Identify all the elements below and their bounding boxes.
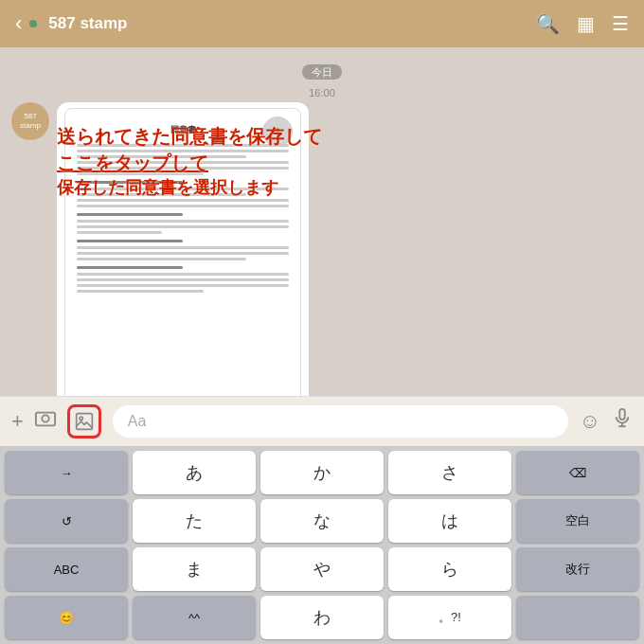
document-preview: 同意書 bbox=[64, 108, 301, 396]
plus-icon[interactable]: + bbox=[11, 409, 24, 434]
key-space[interactable]: 空白 bbox=[516, 499, 639, 543]
keyboard-row-2: ↺ た な は 空白 bbox=[0, 494, 644, 543]
header-icons: 🔍 ▦ ☰ bbox=[536, 12, 629, 35]
keyboard-row-4: 😊 ^^ わ 。?! bbox=[0, 591, 644, 644]
key-ka[interactable]: か bbox=[260, 451, 384, 494]
doc-line bbox=[77, 150, 289, 152]
doc-line bbox=[77, 225, 289, 228]
key-emoji[interactable]: 😊 bbox=[5, 596, 128, 639]
doc-title: 同意書 bbox=[77, 124, 289, 136]
text-input[interactable]: Aa bbox=[113, 405, 568, 438]
doc-section bbox=[77, 181, 289, 184]
doc-line bbox=[77, 193, 246, 196]
key-ha[interactable]: は bbox=[388, 499, 511, 543]
chat-area: 今日 16:00 587 stamp 同意書 bbox=[0, 47, 644, 396]
image-icon-highlighted[interactable] bbox=[67, 404, 101, 438]
grid-icon[interactable]: ▦ bbox=[577, 12, 595, 35]
svg-rect-4 bbox=[619, 409, 625, 420]
header: ‹ 587 stamp 🔍 ▦ ☰ bbox=[0, 0, 644, 47]
date-badge: 今日 bbox=[11, 63, 633, 80]
doc-section-title bbox=[77, 181, 183, 184]
key-arrow[interactable]: → bbox=[5, 451, 128, 494]
doc-section-title bbox=[77, 266, 183, 269]
doc-section bbox=[77, 266, 289, 269]
doc-line bbox=[77, 284, 289, 287]
keyboard: → あ か さ ⌫ ↺ た な は 空白 ABC ま や ら 改行 😊 ^^ わ… bbox=[0, 446, 644, 644]
svg-point-1 bbox=[42, 415, 48, 421]
doc-line bbox=[77, 246, 289, 249]
doc-section bbox=[77, 213, 289, 216]
mic-icon[interactable] bbox=[612, 408, 633, 435]
key-a[interactable]: あ bbox=[133, 451, 256, 494]
doc-line bbox=[77, 205, 289, 207]
key-delete[interactable]: ⌫ bbox=[516, 451, 639, 494]
header-left: ‹ 587 stamp bbox=[15, 11, 128, 36]
key-empty[interactable] bbox=[516, 596, 639, 639]
doc-line bbox=[77, 155, 246, 158]
doc-line bbox=[77, 199, 289, 202]
key-ta[interactable]: た bbox=[133, 499, 256, 543]
key-caret[interactable]: ^^ bbox=[133, 596, 256, 639]
keyboard-row-1: → あ か さ ⌫ bbox=[0, 446, 644, 494]
input-toolbar: + Aa ☺ bbox=[0, 396, 644, 446]
doc-line bbox=[77, 167, 289, 170]
doc-line bbox=[77, 273, 289, 276]
key-ma[interactable]: ま bbox=[133, 547, 256, 591]
doc-line bbox=[77, 172, 204, 175]
message-bubble[interactable]: 同意書 bbox=[57, 102, 309, 396]
key-ra[interactable]: ら bbox=[388, 547, 511, 591]
text-placeholder: Aa bbox=[128, 413, 147, 429]
doc-line bbox=[77, 144, 289, 147]
key-wa[interactable]: わ bbox=[260, 596, 384, 639]
doc-line bbox=[77, 290, 204, 293]
doc-section-title bbox=[77, 240, 183, 242]
emoji-icon[interactable]: ☺ bbox=[580, 409, 600, 434]
upload-icon[interactable]: ↑ bbox=[262, 116, 293, 147]
camera-icon[interactable] bbox=[35, 408, 56, 435]
doc-section-title bbox=[77, 213, 183, 216]
svg-rect-2 bbox=[77, 414, 93, 430]
key-undo[interactable]: ↺ bbox=[5, 499, 128, 543]
doc-line bbox=[77, 220, 289, 223]
doc-line bbox=[77, 231, 162, 234]
search-icon[interactable]: 🔍 bbox=[536, 12, 560, 35]
time-stamp-1: 16:00 bbox=[11, 87, 633, 98]
key-sa[interactable]: さ bbox=[388, 451, 511, 494]
message-row: 587 stamp 同意書 bbox=[11, 102, 633, 396]
key-punctuation[interactable]: 。?! bbox=[388, 596, 511, 639]
doc-section bbox=[77, 240, 289, 242]
chat-title: 587 stamp bbox=[48, 14, 127, 33]
doc-line bbox=[77, 278, 289, 281]
doc-line bbox=[77, 161, 289, 164]
keyboard-row-3: ABC ま や ら 改行 bbox=[0, 543, 644, 591]
doc-line bbox=[77, 258, 246, 260]
back-icon[interactable]: ‹ bbox=[15, 11, 22, 36]
key-ya[interactable]: や bbox=[260, 547, 384, 591]
avatar: 587 stamp bbox=[11, 102, 49, 140]
doc-line bbox=[77, 188, 289, 190]
key-na[interactable]: な bbox=[260, 499, 384, 543]
doc-line bbox=[77, 252, 289, 255]
svg-point-3 bbox=[80, 417, 82, 420]
status-dot bbox=[29, 20, 37, 27]
key-return[interactable]: 改行 bbox=[516, 547, 639, 591]
menu-icon[interactable]: ☰ bbox=[612, 12, 629, 35]
key-abc[interactable]: ABC bbox=[5, 547, 128, 591]
